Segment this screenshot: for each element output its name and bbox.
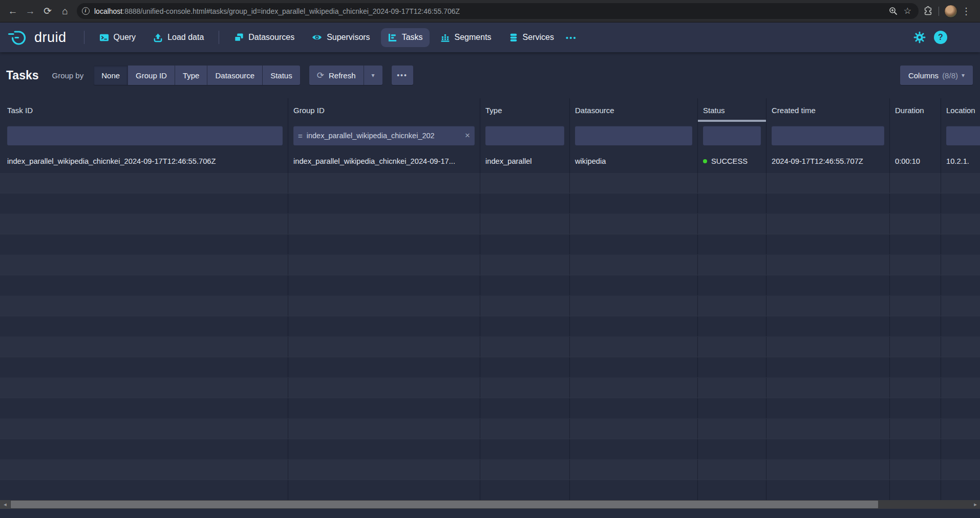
refresh-label: Refresh — [329, 71, 356, 80]
browser-chrome: ← → ⟳ ⌂ i localhost:8888/unified-console… — [0, 0, 980, 23]
table-row-empty — [0, 255, 980, 275]
scroll-right-arrow[interactable]: ▸ — [971, 500, 980, 509]
table-row-empty — [0, 296, 980, 316]
cloud-upload-icon — [153, 33, 163, 42]
help-icon[interactable]: ? — [934, 31, 947, 44]
group-by-type-button[interactable]: Type — [175, 66, 207, 85]
reload-icon[interactable]: ⟳ — [39, 3, 56, 20]
nav-item-label: Services — [523, 33, 554, 42]
group-by-label: Group by — [52, 71, 84, 80]
chrome-divider — [939, 7, 939, 16]
url-path: :8888/unified-console.html#tasks/group_i… — [122, 7, 460, 15]
scroll-left-arrow[interactable]: ◂ — [0, 500, 10, 509]
url-host: localhost — [94, 7, 122, 15]
filter-input-type[interactable] — [485, 126, 564, 145]
nav-item-services[interactable]: Services — [502, 28, 561, 47]
table-row[interactable]: index_parallel_wikipedia_chicnkei_2024-0… — [0, 149, 980, 173]
filter-input-group-id[interactable]: = index_parallel_wikipedia_chicnkei_202 … — [293, 126, 475, 145]
nav-overflow-button[interactable]: ••• — [561, 29, 582, 46]
columns-label: Columns — [908, 71, 939, 80]
url-bar[interactable]: i localhost:8888/unified-console.html#ta… — [77, 3, 919, 19]
filter-value-group-id: index_parallel_wikipedia_chicnkei_202 — [307, 132, 435, 140]
table-header-row: Task ID Group ID Type Datasource Status … — [0, 98, 980, 122]
status-text: SUCCESS — [711, 157, 748, 165]
nav-item-tasks[interactable]: Tasks — [381, 28, 430, 47]
cell-task-id[interactable]: index_parallel_wikipedia_chicnkei_2024-0… — [0, 149, 288, 173]
scrollbar-thumb[interactable] — [11, 501, 878, 508]
group-by-status-button[interactable]: Status — [262, 66, 300, 85]
zoom-page-icon[interactable] — [889, 7, 898, 15]
refresh-icon: ⟳ — [317, 70, 324, 81]
clear-filter-icon[interactable]: × — [461, 131, 470, 141]
column-header-location[interactable]: Location — [941, 98, 980, 122]
group-by-datasource-button[interactable]: Datasource — [207, 66, 262, 85]
nav-item-label: Supervisors — [327, 33, 370, 42]
table-row-empty — [0, 234, 980, 255]
nav-item-label: Tasks — [402, 33, 423, 42]
table-row-empty — [0, 337, 980, 357]
column-header-datasource[interactable]: Datasource — [570, 98, 698, 122]
filter-input-task-id[interactable] — [7, 126, 283, 145]
console-icon — [99, 33, 109, 42]
nav-divider — [84, 31, 84, 44]
bookmark-star-icon[interactable]: ☆ — [904, 6, 911, 16]
nav-item-load-data[interactable]: Load data — [146, 28, 210, 47]
filter-input-status[interactable] — [703, 126, 761, 145]
group-by-group-id-button[interactable]: Group ID — [127, 66, 175, 85]
nav-item-segments[interactable]: Segments — [434, 28, 498, 47]
page-info-icon[interactable]: i — [80, 6, 91, 17]
nav-divider — [219, 31, 219, 44]
druid-logo[interactable]: druid — [7, 29, 67, 46]
brand-name: druid — [34, 30, 67, 46]
cell-created-time[interactable]: 2024-09-17T12:46:55.707Z — [766, 149, 890, 173]
group-by-none-button[interactable]: None — [94, 66, 127, 85]
column-header-task-id[interactable]: Task ID — [0, 98, 288, 122]
nav-item-query[interactable]: Query — [93, 28, 143, 47]
success-status-dot — [703, 159, 707, 163]
refresh-button[interactable]: ⟳Refresh — [309, 66, 364, 85]
columns-dropdown-button[interactable]: Columns (8/8) ▾ — [900, 66, 973, 85]
extensions-icon[interactable] — [923, 6, 933, 16]
cell-type[interactable]: index_parallel — [480, 149, 570, 173]
profile-avatar[interactable] — [944, 5, 957, 18]
table-row-empty — [0, 173, 980, 193]
columns-count: (8/8) — [942, 71, 958, 80]
table-filter-row: = index_parallel_wikipedia_chicnkei_202 … — [0, 122, 980, 149]
column-header-created-time[interactable]: Created time — [766, 98, 890, 122]
nav-item-label: Datasources — [248, 33, 294, 42]
table-row-empty — [0, 419, 980, 439]
table-row-empty — [0, 378, 980, 398]
more-actions-button[interactable]: ••• — [392, 66, 413, 85]
group-by-segmented-control: None Group ID Type Datasource Status — [94, 66, 300, 85]
browser-menu-icon[interactable]: ⋮ — [957, 3, 975, 20]
horizontal-scrollbar[interactable]: ◂ ▸ — [0, 500, 980, 509]
database-icon — [509, 33, 518, 42]
tasks-toolbar: Tasks Group by None Group ID Type Dataso… — [0, 52, 980, 85]
back-icon[interactable]: ← — [4, 3, 22, 20]
filter-input-datasource[interactable] — [575, 126, 692, 145]
url-text: localhost:8888/unified-console.html#task… — [94, 7, 460, 15]
table-row-empty — [0, 214, 980, 234]
table-row-empty — [0, 439, 980, 460]
cell-group-id[interactable]: index_parallel_wikipedia_chicnkei_2024-0… — [288, 149, 480, 173]
filter-input-location[interactable] — [946, 126, 980, 145]
nav-item-supervisors[interactable]: Supervisors — [305, 28, 376, 47]
column-header-duration[interactable]: Duration — [890, 98, 941, 122]
home-icon[interactable]: ⌂ — [56, 3, 74, 20]
datasources-icon — [234, 33, 244, 42]
cell-location[interactable]: 10.2.1. — [941, 149, 980, 173]
column-header-status[interactable]: Status — [698, 98, 766, 122]
forward-icon[interactable]: → — [22, 3, 39, 20]
nav-item-datasources[interactable]: Datasources — [227, 28, 301, 47]
filter-input-created-time[interactable] — [772, 126, 884, 145]
gantt-chart-icon — [388, 33, 397, 42]
cell-status[interactable]: SUCCESS — [698, 149, 766, 173]
refresh-interval-dropdown-button[interactable]: ▾ — [364, 66, 382, 85]
column-header-group-id[interactable]: Group ID — [288, 98, 480, 122]
column-header-type[interactable]: Type — [480, 98, 570, 122]
cell-datasource[interactable]: wikipedia — [570, 149, 698, 173]
table-row-empty — [0, 316, 980, 337]
settings-gear-icon[interactable] — [913, 31, 926, 44]
table-row-empty — [0, 480, 980, 501]
cell-duration[interactable]: 0:00:10 — [890, 149, 941, 173]
